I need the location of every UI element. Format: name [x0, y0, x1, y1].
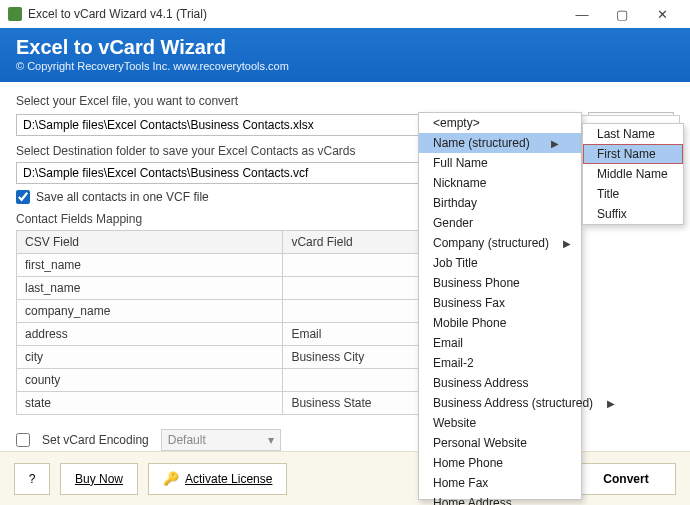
csv-cell: company_name [17, 300, 283, 323]
menu-item[interactable]: Home Phone [419, 453, 581, 473]
close-button[interactable]: ✕ [642, 0, 682, 28]
menu-item-label: Gender [433, 216, 473, 230]
app-icon [8, 7, 22, 21]
menu-item-label: Business Address (structured) [433, 396, 593, 410]
header-banner: Excel to vCard Wizard © Copyright Recove… [0, 28, 690, 82]
menu-item-label: Email-2 [433, 356, 474, 370]
menu-item[interactable]: Birthday [419, 193, 581, 213]
menu-item[interactable]: Business Phone [419, 273, 581, 293]
chevron-down-icon: ▾ [268, 433, 274, 447]
menu-item-label: Birthday [433, 196, 477, 210]
source-file-label: Select your Excel file, you want to conv… [16, 94, 674, 108]
copyright-line: © Copyright RecoveryTools Inc. www.recov… [16, 60, 674, 72]
titlebar: Excel to vCard Wizard v4.1 (Trial) — ▢ ✕ [0, 0, 690, 28]
encoding-checkbox[interactable] [16, 433, 30, 447]
maximize-button[interactable]: ▢ [602, 0, 642, 28]
submenu-item-label: First Name [597, 147, 656, 161]
menu-item[interactable]: Gender [419, 213, 581, 233]
menu-item[interactable]: Home Address [419, 493, 581, 505]
menu-item-label: Email [433, 336, 463, 350]
menu-item-label: Name (structured) [433, 136, 530, 150]
activate-license-button[interactable]: 🔑 Activate License [148, 463, 287, 495]
menu-item-label: Business Address [433, 376, 528, 390]
menu-item[interactable]: Email-2 [419, 353, 581, 373]
submenu-item[interactable]: First Name [583, 144, 683, 164]
submenu-item-label: Middle Name [597, 167, 668, 181]
menu-item[interactable]: Mobile Phone [419, 313, 581, 333]
menu-item-label: Home Fax [433, 476, 488, 490]
menu-item-label: Business Fax [433, 296, 505, 310]
menu-item[interactable]: Full Name [419, 153, 581, 173]
menu-item-label: Business Phone [433, 276, 520, 290]
name-structured-submenu[interactable]: Last NameFirst NameMiddle NameTitleSuffi… [582, 123, 684, 225]
product-title: Excel to vCard Wizard [16, 36, 674, 59]
menu-item-label: Personal Website [433, 436, 527, 450]
menu-item-label: Website [433, 416, 476, 430]
menu-item-label: Job Title [433, 256, 478, 270]
chevron-right-icon: ▶ [563, 238, 571, 249]
submenu-item[interactable]: Suffix [583, 204, 683, 224]
help-button[interactable]: ? [14, 463, 50, 495]
col-csv-header: CSV Field [17, 231, 283, 254]
menu-item-label: <empty> [433, 116, 480, 130]
submenu-item-label: Title [597, 187, 619, 201]
chevron-right-icon: ▶ [607, 398, 615, 409]
menu-item[interactable]: Business Address [419, 373, 581, 393]
menu-item[interactable]: Name (structured)▶ [419, 133, 581, 153]
vcard-field-menu[interactable]: <empty>Name (structured)▶Full NameNickna… [418, 112, 582, 500]
menu-item[interactable]: Email [419, 333, 581, 353]
window-title: Excel to vCard Wizard v4.1 (Trial) [28, 7, 207, 21]
csv-cell: county [17, 369, 283, 392]
menu-item[interactable]: Business Address (structured)▶ [419, 393, 581, 413]
menu-item[interactable]: <empty> [419, 113, 581, 133]
save-all-label: Save all contacts in one VCF file [36, 190, 209, 204]
menu-item[interactable]: Website [419, 413, 581, 433]
encoding-value: Default [168, 433, 206, 447]
buy-now-button[interactable]: Buy Now [60, 463, 138, 495]
encoding-select[interactable]: Default ▾ [161, 429, 281, 451]
menu-item-label: Home Phone [433, 456, 503, 470]
csv-cell: first_name [17, 254, 283, 277]
csv-cell: city [17, 346, 283, 369]
menu-item-label: Home Address [433, 496, 512, 505]
minimize-button[interactable]: — [562, 0, 602, 28]
csv-cell: state [17, 392, 283, 415]
submenu-item[interactable]: Title [583, 184, 683, 204]
csv-cell: last_name [17, 277, 283, 300]
menu-item[interactable]: Nickname [419, 173, 581, 193]
window-buttons: — ▢ ✕ [562, 0, 682, 28]
submenu-item-label: Suffix [597, 207, 627, 221]
menu-item-label: Company (structured) [433, 236, 549, 250]
convert-button[interactable]: Convert [576, 463, 676, 495]
menu-item[interactable]: Company (structured)▶ [419, 233, 581, 253]
encoding-label: Set vCard Encoding [42, 433, 149, 447]
menu-item[interactable]: Personal Website [419, 433, 581, 453]
save-all-checkbox[interactable] [16, 190, 30, 204]
chevron-right-icon: ▶ [551, 138, 559, 149]
menu-item-label: Full Name [433, 156, 488, 170]
menu-item[interactable]: Business Fax [419, 293, 581, 313]
menu-item-label: Nickname [433, 176, 486, 190]
submenu-item-label: Last Name [597, 127, 655, 141]
menu-item[interactable]: Home Fax [419, 473, 581, 493]
menu-item-label: Mobile Phone [433, 316, 506, 330]
submenu-item[interactable]: Middle Name [583, 164, 683, 184]
csv-cell: address [17, 323, 283, 346]
submenu-item[interactable]: Last Name [583, 124, 683, 144]
key-icon: 🔑 [163, 471, 179, 486]
bottom-bar: ? Buy Now 🔑 Activate License Convert [0, 451, 690, 505]
menu-item[interactable]: Job Title [419, 253, 581, 273]
